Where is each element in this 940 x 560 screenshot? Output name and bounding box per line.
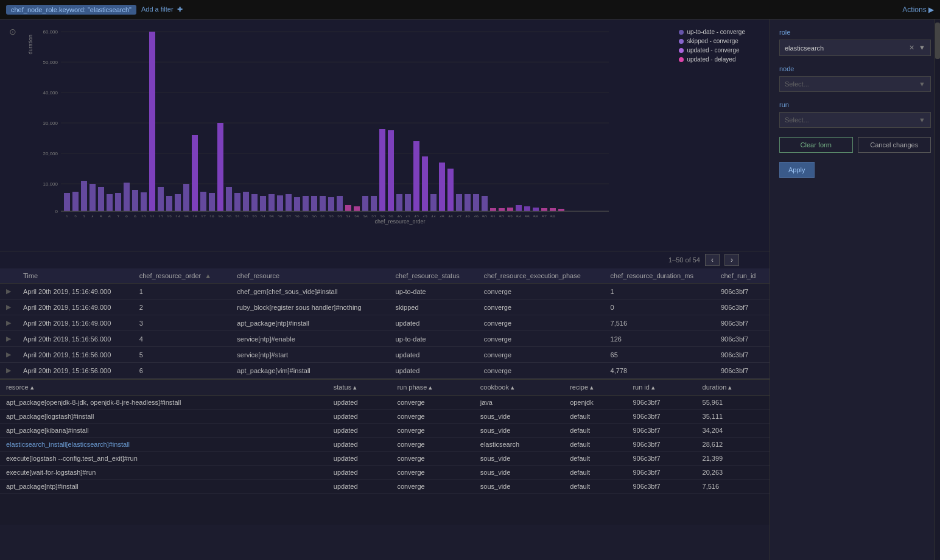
row-duration: 1 [605, 284, 715, 299]
svg-rect-23 [141, 192, 147, 211]
svg-rect-25 [158, 187, 164, 211]
pagination-bar: 1–50 of 54 ‹ › [0, 251, 770, 268]
svg-rect-50 [371, 196, 377, 211]
th-resource-order[interactable]: chef_resource_order ▲ [133, 268, 231, 284]
svg-text:11: 11 [150, 215, 155, 217]
row-expand[interactable]: ▶ [0, 315, 17, 331]
table-header-row: Time chef_resource_order ▲ chef_resource… [0, 268, 770, 284]
svg-text:40,000: 40,000 [43, 90, 58, 96]
row-time: April 20th 2019, 15:16:49.000 [17, 315, 133, 331]
legend-item-updated-converge: updated - converge [679, 47, 745, 54]
row-status: updated [390, 363, 478, 379]
th-duration[interactable]: chef_resource_duration_ms [605, 268, 715, 284]
row-resource: chef_gem[chef_sous_vide]#install [231, 284, 389, 299]
row-order: 6 [133, 363, 231, 379]
cancel-changes-button[interactable]: Cancel changes [858, 137, 931, 153]
bottom-table-area[interactable]: resorce ▴ status ▴ run phase ▴ cookbook … [0, 379, 770, 525]
legend-dot-skipped [679, 39, 684, 44]
role-clear-icon[interactable]: ✕ [909, 44, 914, 51]
legend-label-skipped: skipped - converge [687, 38, 738, 44]
role-select[interactable]: elasticsearch ✕ ▼ [779, 40, 931, 56]
bt-cookbook: java [474, 396, 564, 410]
bth-run-id[interactable]: run id ▴ [626, 380, 696, 396]
row-expand[interactable]: ▶ [0, 363, 17, 379]
bth-resource[interactable]: resorce ▴ [0, 380, 328, 396]
svg-text:0: 0 [55, 209, 58, 214]
bottom-table-header-row: resorce ▴ status ▴ run phase ▴ cookbook … [0, 380, 770, 396]
bth-cookbook[interactable]: cookbook ▴ [474, 380, 564, 396]
svg-rect-24 [149, 32, 155, 211]
svg-rect-35 [243, 192, 249, 211]
svg-text:51: 51 [491, 215, 496, 217]
apply-button[interactable]: Apply [779, 162, 815, 178]
prev-page-button[interactable]: ‹ [705, 254, 720, 266]
bth-status[interactable]: status ▴ [328, 380, 391, 396]
bt-duration: 35,111 [696, 410, 770, 424]
svg-text:16: 16 [192, 215, 197, 217]
row-status: up-to-date [390, 331, 478, 347]
table-row[interactable]: ▶ April 20th 2019, 15:16:56.000 4 servic… [0, 331, 770, 347]
bth-duration[interactable]: duration ▴ [696, 380, 770, 396]
bottom-table: resorce ▴ status ▴ run phase ▴ cookbook … [0, 380, 770, 494]
y-axis-label: duration [27, 35, 33, 55]
clear-form-button[interactable]: Clear form [779, 137, 853, 153]
run-select[interactable]: Select... ▼ [779, 112, 931, 128]
svg-rect-33 [226, 187, 232, 211]
svg-text:34: 34 [346, 215, 351, 217]
th-phase[interactable]: chef_resource_execution_phase [478, 268, 605, 284]
table-row[interactable]: ▶ April 20th 2019, 15:16:49.000 2 ruby_b… [0, 299, 770, 315]
action-buttons: Clear form Cancel changes [779, 137, 931, 153]
filter-tag[interactable]: chef_node_role.keyword: "elasticsearch" [6, 5, 136, 15]
bt-run-id: 906c3bf7 [626, 452, 696, 466]
svg-text:8: 8 [125, 215, 128, 217]
main-table: Time chef_resource_order ▲ chef_resource… [0, 268, 770, 379]
svg-rect-37 [260, 196, 266, 211]
th-time[interactable]: Time [17, 268, 133, 284]
legend-item-skipped: skipped - converge [679, 38, 745, 44]
row-expand[interactable]: ▶ [0, 284, 17, 299]
chart-expand-icon[interactable]: ⊙ [9, 27, 16, 37]
left-content: ⊙ up-to-date - converge skipped - conver… [0, 19, 770, 560]
table-row[interactable]: ▶ April 20th 2019, 15:16:56.000 6 apt_pa… [0, 363, 770, 379]
th-status[interactable]: chef_resource_status [390, 268, 478, 284]
svg-text:58: 58 [550, 215, 555, 217]
role-value: elasticsearch [785, 44, 824, 52]
bt-status: updated [328, 396, 391, 410]
bth-run-phase[interactable]: run phase ▴ [391, 380, 474, 396]
row-expand[interactable]: ▶ [0, 331, 17, 347]
svg-rect-15 [72, 192, 79, 211]
row-phase: converge [478, 347, 605, 363]
row-time: April 20th 2019, 15:16:49.000 [17, 284, 133, 299]
bt-cookbook: sous_vide [474, 410, 564, 424]
bth-recipe[interactable]: recipe ▴ [564, 380, 626, 396]
node-select[interactable]: Select... ▼ [779, 76, 931, 92]
bt-resource: apt_package[kibana]#install [0, 424, 328, 438]
next-page-button[interactable]: › [724, 254, 739, 266]
scrollbar-thumb [935, 23, 940, 59]
svg-rect-44 [320, 196, 326, 211]
row-expand[interactable]: ▶ [0, 347, 17, 363]
bt-duration: 21,399 [696, 452, 770, 466]
svg-rect-38 [268, 194, 275, 211]
th-run-id[interactable]: chef_run_id [715, 268, 770, 284]
actions-button[interactable]: Actions ▶ [902, 5, 934, 14]
row-resource: apt_package[vim]#install [231, 363, 389, 379]
th-resource[interactable]: chef_resource [231, 268, 389, 284]
table-row[interactable]: ▶ April 20th 2019, 15:16:49.000 3 apt_pa… [0, 315, 770, 331]
table-area[interactable]: 1–50 of 54 ‹ › Time chef_resource_order … [0, 251, 770, 560]
svg-text:53: 53 [508, 215, 513, 217]
right-scrollbar[interactable] [934, 19, 940, 560]
row-expand[interactable]: ▶ [0, 299, 17, 315]
bt-resource: elasticsearch_install[elasticsearch]#ins… [0, 438, 328, 452]
bt-resource: apt_package[openjdk-8-jdk, openjdk-8-jre… [0, 396, 328, 410]
table-row[interactable]: ▶ April 20th 2019, 15:16:49.000 1 chef_g… [0, 284, 770, 299]
svg-text:48: 48 [465, 215, 470, 217]
add-filter-button[interactable]: Add a filter ✚ [141, 5, 184, 13]
svg-rect-60 [456, 194, 462, 211]
table-row[interactable]: ▶ April 20th 2019, 15:16:56.000 5 servic… [0, 347, 770, 363]
list-item: apt_package[kibana]#install updated conv… [0, 424, 770, 438]
row-time: April 20th 2019, 15:16:56.000 [17, 347, 133, 363]
svg-rect-34 [234, 193, 240, 211]
row-phase: converge [478, 284, 605, 299]
svg-text:33: 33 [337, 215, 342, 217]
